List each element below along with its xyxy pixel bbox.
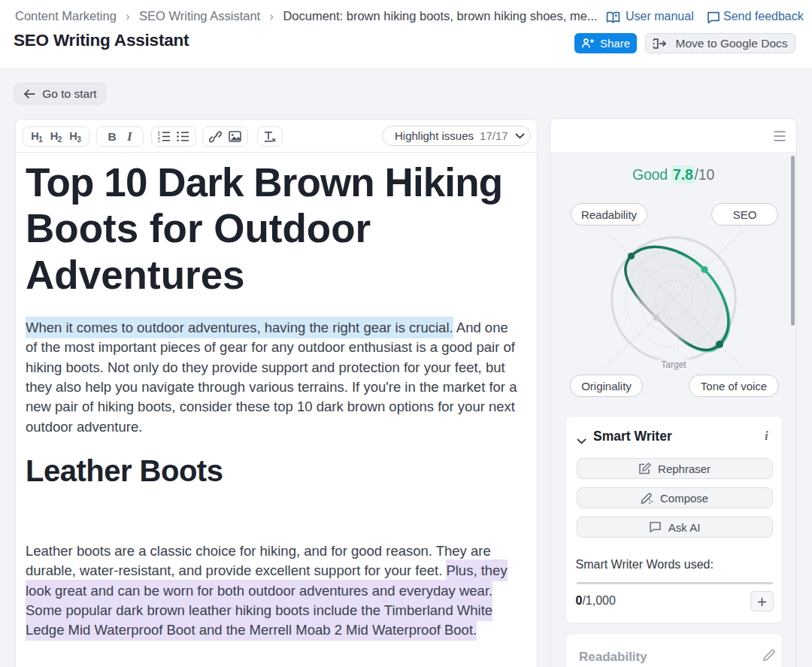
svg-text:Target: Target xyxy=(661,359,686,370)
